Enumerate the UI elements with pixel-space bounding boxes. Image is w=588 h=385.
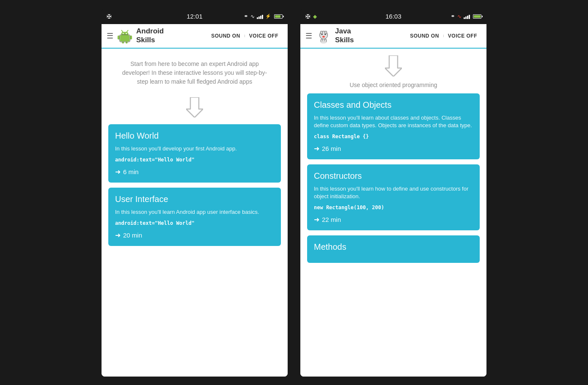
s-bar3 xyxy=(467,16,468,19)
duration-value-1-2: 20 min xyxy=(123,232,142,239)
content-white-1: Start from here to become an expert Andr… xyxy=(102,49,288,377)
app-logo-2 xyxy=(316,28,332,44)
lesson-title-1-2: User Interface xyxy=(115,194,274,204)
sound-btn-2[interactable]: SOUND ON xyxy=(406,30,443,41)
time-1: 12:01 xyxy=(187,13,203,20)
lesson-card-user-interface[interactable]: User Interface In this lesson you'll lea… xyxy=(108,188,281,246)
bar1 xyxy=(257,17,258,19)
duration-value-1-1: 6 min xyxy=(123,168,139,175)
menu-icon-1[interactable]: ☰ xyxy=(107,31,113,41)
status-bar-2: ✠ ◆ 16:03 ⚭ ∿ xyxy=(300,9,486,24)
wifi-icon-1: ∿ xyxy=(250,14,255,19)
lesson-cards-1: Hello World In this lesson you'll develo… xyxy=(108,124,281,370)
wifi-icon-2: ∿ xyxy=(457,14,462,19)
lesson-duration-1-2: ➜ 20 min xyxy=(115,231,274,239)
status-bar-1: ✠ 12:01 ⚭ ∿ ⚡ xyxy=(102,9,288,24)
lesson-code-1-1: android:text="Hello World" xyxy=(115,157,274,163)
svg-rect-17 xyxy=(325,31,327,34)
bar3 xyxy=(260,16,261,19)
lesson-code-1-2: android:text="Hello World" xyxy=(115,220,274,226)
battery-fill-2 xyxy=(474,15,481,18)
signal-1 xyxy=(257,14,263,19)
lesson-title-2-3: Methods xyxy=(314,242,473,252)
duration-value-2-1: 26 min xyxy=(322,145,341,152)
down-arrow-icon-1 xyxy=(186,97,203,117)
app-actions-1: SOUND ON VOICE OFF xyxy=(207,30,283,41)
lesson-desc-1-1: In this lesson you'll develop your first… xyxy=(115,145,274,153)
menu-icon-2[interactable]: ☰ xyxy=(305,31,312,41)
svg-line-5 xyxy=(127,30,128,32)
phone-1: ✠ 12:01 ⚭ ∿ ⚡ ☰ xyxy=(102,9,288,377)
lesson-duration-2-1: ➜ 26 min xyxy=(314,145,473,153)
sound-btn-1[interactable]: SOUND ON xyxy=(207,30,245,41)
lesson-desc-2-1: In this lesson you'll learn about classe… xyxy=(314,114,473,129)
lesson-title-1-1: Hello World xyxy=(115,131,274,141)
package-icon: ◆ xyxy=(313,14,317,19)
down-arrow-icon-2 xyxy=(385,55,402,76)
status-left-1: ✠ xyxy=(107,13,112,20)
lesson-title-2-2: Constructors xyxy=(314,171,473,181)
section-label-2: Use object oriented programming xyxy=(350,82,437,88)
lesson-duration-2-2: ➜ 22 min xyxy=(314,216,473,224)
svg-line-4 xyxy=(121,30,123,32)
s-bar2 xyxy=(465,16,467,19)
phone-2: ✠ ◆ 16:03 ⚭ ∿ ☰ xyxy=(300,9,486,377)
s-bar4 xyxy=(469,15,470,19)
content-1: Start from here to become an expert Andr… xyxy=(102,49,288,377)
svg-marker-11 xyxy=(186,97,203,117)
battery-1 xyxy=(274,14,283,19)
usb-icon: ✠ xyxy=(107,13,112,20)
content-white-2: Use object oriented programming Classes … xyxy=(300,49,486,377)
status-right-1: ⚭ ∿ ⚡ xyxy=(244,13,283,19)
app-title-1: Android Skills xyxy=(136,27,207,44)
svg-rect-16 xyxy=(320,31,322,34)
intro-text-1: Start from here to become an expert Andr… xyxy=(108,55,281,90)
bluetooth-icon-2: ⚭ xyxy=(451,13,455,19)
lesson-desc-1-2: In this lesson you'll learn Android app … xyxy=(115,208,274,216)
lesson-code-2-1: class Rectangle {} xyxy=(314,134,473,139)
s-bar1 xyxy=(464,17,465,19)
app-logo-1 xyxy=(117,28,133,44)
app-actions-2: SOUND ON VOICE OFF xyxy=(406,30,481,41)
duration-arrow-icon-2-2: ➜ xyxy=(314,216,319,224)
lesson-desc-2-2: In this lesson you'll learn how to defin… xyxy=(314,185,473,200)
section-intro-2: Use object oriented programming xyxy=(307,49,480,93)
lesson-duration-1-1: ➜ 6 min xyxy=(115,168,274,176)
svg-rect-1 xyxy=(121,32,128,36)
voice-btn-2[interactable]: VOICE OFF xyxy=(444,30,481,41)
svg-marker-21 xyxy=(385,55,402,76)
app-bar-2: ☰ Java Skills SOUND ON VOICE OFF xyxy=(300,24,486,49)
battery-2 xyxy=(473,14,481,19)
app-title-2: Java Skills xyxy=(335,27,406,44)
lesson-card-constructors[interactable]: Constructors In this lesson you'll learn… xyxy=(307,164,480,230)
time-2: 16:03 xyxy=(385,13,401,20)
phones-container: ✠ 12:01 ⚭ ∿ ⚡ ☰ xyxy=(102,9,486,377)
content-2: Use object oriented programming Classes … xyxy=(300,49,486,377)
svg-rect-7 xyxy=(130,35,132,40)
voice-btn-1[interactable]: VOICE OFF xyxy=(245,30,283,41)
lesson-card-methods[interactable]: Methods xyxy=(307,235,480,263)
svg-rect-6 xyxy=(118,35,120,40)
bar2 xyxy=(258,16,260,19)
arrow-down-1 xyxy=(108,97,281,117)
lesson-card-classes-objects[interactable]: Classes and Objects In this lesson you'l… xyxy=(307,93,480,159)
svg-rect-0 xyxy=(120,35,130,41)
svg-point-3 xyxy=(126,33,127,34)
lesson-title-2-1: Classes and Objects xyxy=(314,100,473,110)
svg-point-20 xyxy=(321,41,326,44)
bar4 xyxy=(262,15,263,19)
battery-fill-1 xyxy=(275,15,280,18)
lesson-card-hello-world[interactable]: Hello World In this lesson you'll develo… xyxy=(108,124,281,183)
lesson-cards-2: Classes and Objects In this lesson you'l… xyxy=(307,93,480,370)
duration-value-2-2: 22 min xyxy=(322,216,341,223)
svg-point-15 xyxy=(322,36,325,38)
duration-arrow-icon-1-2: ➜ xyxy=(115,231,121,239)
duration-arrow-icon-2-1: ➜ xyxy=(314,145,319,153)
usb-icon-2: ✠ xyxy=(305,13,310,20)
bluetooth-icon-1: ⚭ xyxy=(244,13,248,19)
app-bar-1: ☰ Android S xyxy=(102,24,288,49)
charging-icon-1: ⚡ xyxy=(265,14,271,19)
status-right-2: ⚭ ∿ xyxy=(451,13,481,19)
signal-2 xyxy=(464,14,470,19)
lesson-code-2-2: new Rectangle(100, 200) xyxy=(314,205,473,210)
